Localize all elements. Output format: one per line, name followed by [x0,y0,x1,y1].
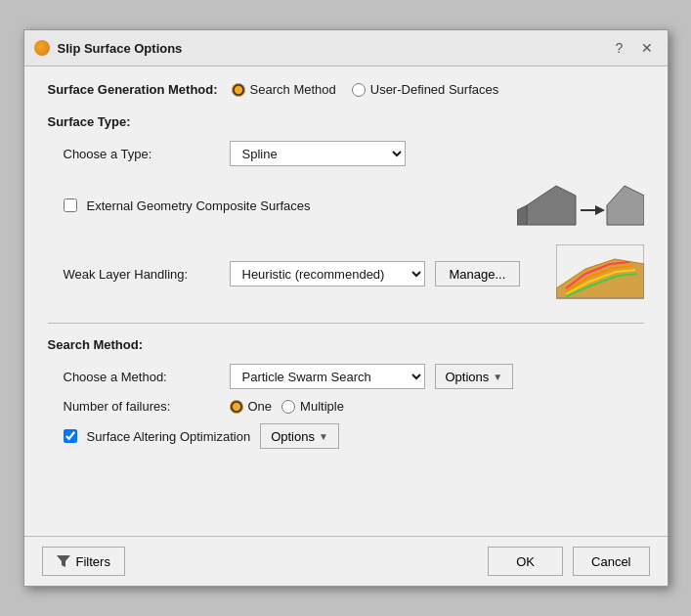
wedge-illustration [517,176,644,235]
footer-right: OK Cancel [488,547,649,576]
failures-row: Number of failures: One Multiple [48,399,644,414]
dialog-window: Slip Surface Options ? ✕ Surface Generat… [23,29,669,587]
choose-type-label: Choose a Type: [64,147,220,161]
choose-method-row: Choose a Method: Particle Swarm Search G… [48,364,644,389]
svg-marker-4 [607,186,644,225]
radio-search-method-label: Search Method [250,82,336,97]
dialog-body: Surface Generation Method: Search Method… [24,66,668,536]
radio-one[interactable]: One [230,399,273,414]
surface-altering-row: Surface Altering Optimization Options ▼ [48,423,644,449]
surface-type-section: Surface Type: Choose a Type: Spline Circ… [48,114,644,303]
radio-user-defined-label: User-Defined Surfaces [370,82,499,97]
filter-icon [57,554,70,568]
radio-one-label: One [248,399,273,414]
ok-button[interactable]: OK [488,547,563,576]
radio-user-defined-input[interactable] [352,83,366,97]
weak-layer-label: Weak Layer Handling: [64,267,220,282]
radio-multiple-label: Multiple [300,399,344,414]
chevron-down-icon-2: ▼ [319,431,328,442]
failures-label: Number of failures: [64,399,220,414]
radio-one-input[interactable] [230,400,243,414]
surface-type-header: Surface Type: [48,114,644,129]
filters-button[interactable]: Filters [42,547,125,576]
help-button[interactable]: ? [609,37,630,59]
choose-type-row: Choose a Type: Spline Circular Non-Circu… [48,141,644,166]
dialog-footer: Filters OK Cancel [24,536,668,586]
surface-altering-options-label: Options [271,429,315,444]
ext-geo-checkbox[interactable] [64,198,77,212]
svg-marker-0 [527,186,576,225]
surface-generation-label: Surface Generation Method: [48,82,218,97]
radio-user-defined[interactable]: User-Defined Surfaces [352,82,499,97]
title-bar-left: Slip Surface Options [34,40,183,56]
chevron-down-icon: ▼ [493,372,502,382]
weak-layer-row: Weak Layer Handling: Heuristic (recommen… [48,244,644,303]
search-method-section: Search Method: Choose a Method: Particle… [48,337,644,449]
method-options-button[interactable]: Options ▼ [435,364,514,389]
svg-marker-1 [517,205,527,225]
radio-search-method[interactable]: Search Method [232,82,336,97]
dialog-icon [34,40,50,56]
cancel-button[interactable]: Cancel [573,547,649,576]
surface-altering-checkbox[interactable] [64,429,77,443]
method-options-label: Options [446,370,490,384]
type-select[interactable]: Spline Circular Non-Circular [230,141,406,166]
surface-type-illustration [517,176,644,235]
surface-altering-options-button[interactable]: Options ▼ [260,423,339,449]
surface-generation-radio-group: Search Method User-Defined Surfaces [232,82,499,97]
section-separator [48,323,644,324]
weak-layer-select[interactable]: Heuristic (recommended) None Manual [230,261,425,286]
ext-geo-row: External Geometry Composite Surfaces [64,198,311,213]
radio-search-method-input[interactable] [232,83,245,97]
svg-marker-3 [595,205,605,215]
weak-layer-illustration [556,244,644,303]
ext-geo-label: External Geometry Composite Surfaces [87,198,311,213]
surface-altering-label: Surface Altering Optimization [87,429,251,444]
method-select[interactable]: Particle Swarm Search Grid Search Random… [230,364,425,389]
title-bar-controls: ? ✕ [609,37,658,59]
filters-label: Filters [76,554,110,569]
svg-marker-7 [57,555,70,567]
manage-button[interactable]: Manage... [435,261,521,286]
radio-multiple[interactable]: Multiple [281,399,344,414]
surface-generation-row: Surface Generation Method: Search Method… [48,82,644,97]
weak-layer-left: Weak Layer Handling: Heuristic (recommen… [64,261,521,286]
search-method-header: Search Method: [48,337,644,352]
close-button[interactable]: ✕ [636,37,658,59]
choose-method-label: Choose a Method: [64,370,220,384]
title-bar: Slip Surface Options ? ✕ [24,30,668,66]
radio-multiple-input[interactable] [281,400,295,414]
dialog-title: Slip Surface Options [58,41,183,56]
